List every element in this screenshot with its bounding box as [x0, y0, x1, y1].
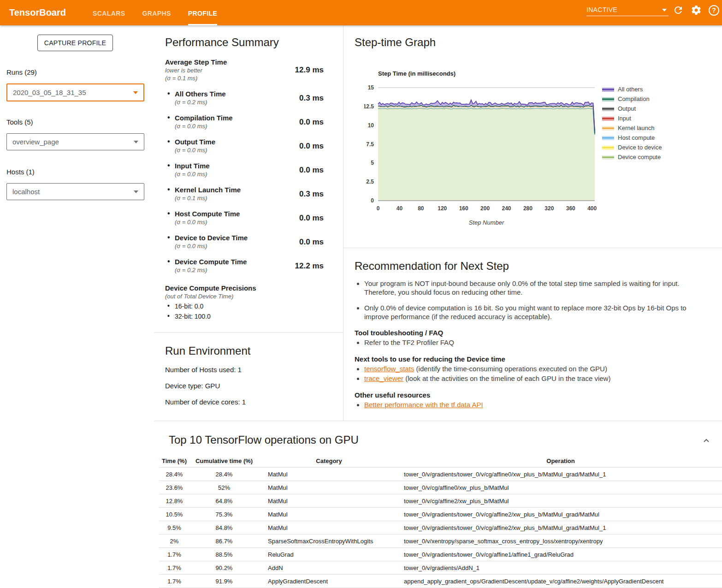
hosts-select-value: localhost [12, 188, 40, 196]
table-row: 23.6%52%MatMultower_0/v/cg/affine0/xw_pl… [159, 481, 722, 494]
table-cell: 86.7% [189, 535, 259, 548]
svg-text:80: 80 [418, 205, 424, 212]
runs-select[interactable]: 2020_03_05_18_31_35 [6, 83, 144, 101]
metric-value: 0.3 ms [299, 190, 324, 199]
run-env-line: Number of Hosts used: 1 [165, 366, 343, 374]
refresh-icon[interactable] [673, 5, 685, 17]
metric-row: Output Time(σ = 0.0 ms)0.0 ms [165, 138, 324, 154]
table-cell: 52% [189, 481, 259, 494]
hosts-select[interactable]: localhost [6, 183, 144, 200]
status-dropdown-value: INACTIVE [586, 6, 617, 13]
svg-text:Device to device: Device to device [618, 144, 662, 151]
tools-select[interactable]: overview_page [6, 133, 144, 150]
metric-value: 0.3 ms [299, 94, 324, 103]
tools-label: Tools (5) [6, 118, 144, 126]
tab-scalars[interactable]: SCALARS [93, 0, 125, 25]
table-cell: tower_0/v/gradients/AddN_1 [399, 561, 722, 575]
help-icon[interactable]: ? [709, 5, 721, 17]
table-cell: 12.8% [159, 494, 189, 508]
help-question-glyph: ? [709, 5, 719, 16]
metric-value: 12.2 ms [295, 261, 324, 271]
settings-icon[interactable] [691, 5, 703, 17]
run-environment-lines: Number of Hosts used: 1Device type: GPUN… [165, 366, 343, 406]
capture-profile-button[interactable]: CAPTURE PROFILE [37, 35, 113, 51]
table-cell: MatMul [259, 521, 399, 535]
precisions-title: Device Compute Precisions [165, 284, 343, 292]
recommendation-subheading: Next tools to use for reducing the Devic… [355, 355, 706, 363]
svg-text:360: 360 [566, 205, 575, 212]
metric-value: 12.9 ms [295, 65, 324, 75]
precision-item: 16-bit: 0.0 [165, 303, 343, 310]
svg-text:10: 10 [368, 122, 374, 129]
metric-sigma: (σ = 0.1 ms) [165, 74, 227, 82]
top-ops-section: Top 10 TensorFlow operations on GPU Time… [154, 421, 722, 588]
chevron-up-icon[interactable] [701, 435, 712, 446]
metric-label: All Others Time(σ = 0.2 ms) [165, 90, 226, 106]
chevron-down-icon [133, 91, 138, 94]
svg-text:Input: Input [618, 115, 631, 122]
svg-text:Kernel launch: Kernel launch [618, 125, 655, 131]
recommendation-item: Better performance with the tf.data API [364, 400, 706, 410]
table-cell: SparseSoftmaxCrossEntropyWithLogits [259, 535, 399, 548]
table-cell: 10.5% [159, 508, 189, 521]
table-cell: tower_0/v/gradients/tower_0/v/cg/affine0… [399, 468, 722, 481]
svg-text:Device compute: Device compute [618, 154, 661, 160]
runs-label: Runs (29) [6, 68, 144, 76]
metric-sigma: (σ = 0.0 ms) [175, 146, 215, 154]
metric-value: 0.0 ms [299, 118, 324, 127]
chevron-down-icon [134, 190, 138, 193]
metric-label: Device Compute Time(σ = 0.2 ms) [165, 258, 247, 274]
svg-text:200: 200 [480, 205, 490, 212]
metric-name: All Others Time [175, 90, 226, 98]
step-time-graph-title: Step-time Graph [355, 36, 436, 49]
precisions-note: (out of Total Device Time) [165, 293, 343, 300]
recommendation-item: tensorflow_stats (identify the time-cons… [364, 364, 706, 374]
metric-row: Compilation Time(σ = 0.0 ms)0.0 ms [165, 114, 324, 130]
recommendation-subheading: Tool troubleshooting / FAQ [355, 329, 706, 337]
metric-sigma: (σ = 0.2 ms) [175, 98, 226, 106]
table-column-header: Category [259, 455, 399, 468]
table-row: 10.5%75.3%MatMultower_0/v/gradients/towe… [159, 508, 722, 521]
recommendation-section: Recommendation for Next Step Your progra… [343, 248, 722, 421]
recommendation-link[interactable]: tensorflow_stats [364, 365, 414, 373]
metric-name: Compilation Time [175, 114, 233, 122]
metric-row: Input Time(σ = 0.0 ms)0.0 ms [165, 162, 324, 178]
tab-profile[interactable]: PROFILE [188, 0, 217, 25]
svg-text:400: 400 [587, 205, 597, 212]
table-cell: AddN [259, 561, 399, 575]
top-ops-table: Time (%)Cumulative time (%)CategoryOpera… [159, 455, 722, 588]
table-cell: 64.8% [189, 494, 259, 508]
runs-select-value: 2020_03_05_18_31_35 [13, 89, 86, 96]
step-time-graph-section: Step-time Graph 02.557.51012.51504080120… [343, 25, 722, 248]
svg-text:120: 120 [438, 205, 447, 212]
precisions-list: 16-bit: 0.032-bit: 100.0 [165, 303, 343, 320]
recommendation-subsections: Tool troubleshooting / FAQRefer to the T… [355, 329, 706, 410]
table-cell: tower_0/v/gradients/tower_0/v/cg/affine2… [399, 521, 722, 535]
run-env-line: Device type: GPU [165, 382, 343, 390]
status-dropdown[interactable]: INACTIVE [586, 4, 669, 16]
svg-text:0: 0 [377, 205, 380, 212]
table-cell: tower_0/v/gradients/tower_0/v/cg/affine1… [399, 548, 722, 561]
table-row: 12.8%64.8%MatMultower_0/v/cg/affine2/xw_… [159, 494, 722, 508]
table-cell: 28.4% [189, 468, 259, 481]
table-cell: tower_0/v/cg/affine2/xw_plus_b/MatMul [399, 494, 722, 508]
recommendation-link[interactable]: Better performance with the tf.data API [364, 401, 483, 409]
table-cell: 23.6% [159, 481, 189, 494]
metric-value: 0.0 ms [299, 142, 324, 151]
performance-summary-section: Performance Summary Average Step Timelow… [154, 25, 343, 332]
metric-sigma: (σ = 0.0 ms) [175, 122, 233, 130]
recommendation-link[interactable]: trace_viewer [364, 374, 403, 382]
run-environment-section: Run Environment Number of Hosts used: 1D… [154, 332, 343, 421]
metric-label: Kernel Launch Time(σ = 0.1 ms) [165, 186, 241, 202]
table-cell: 1.7% [159, 561, 189, 575]
sidebar: CAPTURE PROFILE Runs (29) 2020_03_05_18_… [0, 25, 154, 588]
svg-text:Output: Output [618, 105, 636, 112]
device-compute-precisions: Device Compute Precisions (out of Total … [165, 284, 343, 320]
metric-row: Device to Device Time(σ = 0.0 ms)0.0 ms [165, 234, 324, 250]
performance-summary-title: Performance Summary [165, 36, 343, 49]
metric-note: lower is better [165, 66, 227, 74]
tab-graphs[interactable]: GRAPHS [142, 0, 171, 25]
chevron-down-icon [662, 9, 667, 12]
metric-sigma: (σ = 0.0 ms) [175, 218, 240, 226]
recommendation-item: trace_viewer (look at the activities on … [364, 374, 706, 383]
